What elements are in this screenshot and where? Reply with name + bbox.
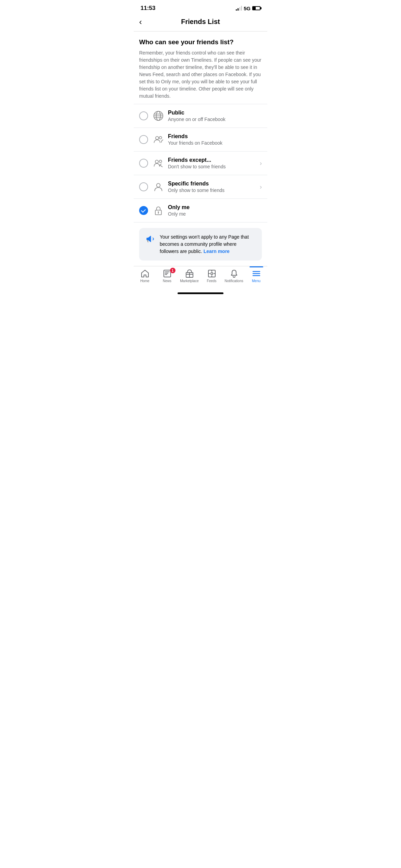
nav-news-label: News xyxy=(163,279,171,283)
content-area: Who can see your friends list? Remember,… xyxy=(134,32,267,266)
option-public-label: Public xyxy=(168,110,262,116)
nav-home[interactable]: Home xyxy=(135,269,155,283)
option-specific-friends-text: Specific friends Only show to some frien… xyxy=(168,181,257,193)
option-specific-friends-sublabel: Only show to some friends xyxy=(168,188,257,193)
friends-except-icon xyxy=(152,157,165,169)
option-public-text: Public Anyone on or off Facebook xyxy=(168,110,262,122)
nav-menu-label: Menu xyxy=(252,279,260,283)
status-bar: 11:53 5G xyxy=(134,0,267,14)
option-friends-text: Friends Your friends on Facebook xyxy=(168,133,262,146)
menu-icon xyxy=(252,269,261,278)
network-type: 5G xyxy=(244,5,251,11)
radio-friends[interactable] xyxy=(139,135,148,144)
bottom-nav: Home 1 News Marketplace xyxy=(134,266,267,290)
megaphone-icon xyxy=(145,233,156,246)
nav-menu[interactable]: Menu xyxy=(246,269,267,283)
option-only-me[interactable]: Only me Only me xyxy=(134,199,267,222)
learn-more-link[interactable]: Learn more xyxy=(204,249,230,254)
radio-only-me[interactable] xyxy=(139,206,148,215)
nav-home-label: Home xyxy=(140,279,149,283)
info-box: Your settings won't apply to any Page th… xyxy=(139,228,262,261)
option-only-me-sublabel: Only me xyxy=(168,211,262,217)
home-indicator xyxy=(178,292,223,294)
option-friends-except-text: Friends except... Don't show to some fri… xyxy=(168,157,257,169)
svg-point-22 xyxy=(211,273,213,275)
section-title: Who can see your friends list? xyxy=(139,38,262,46)
back-button[interactable]: ‹ xyxy=(139,17,142,27)
option-friends-except-label: Friends except... xyxy=(168,157,257,163)
nav-news[interactable]: 1 News xyxy=(157,269,178,283)
globe-icon xyxy=(152,110,165,122)
nav-feeds[interactable]: Feeds xyxy=(202,269,222,283)
svg-point-7 xyxy=(155,160,158,163)
option-public[interactable]: Public Anyone on or off Facebook xyxy=(134,104,267,128)
lock-icon xyxy=(152,204,165,217)
radio-specific-friends[interactable] xyxy=(139,182,148,191)
option-friends-except-sublabel: Don't show to some friends xyxy=(168,164,257,169)
status-icons: 5G xyxy=(236,5,260,11)
svg-point-8 xyxy=(159,160,162,162)
nav-feeds-label: Feeds xyxy=(207,279,217,283)
option-specific-friends-label: Specific friends xyxy=(168,181,257,187)
radio-friends-except[interactable] xyxy=(139,159,148,168)
home-icon xyxy=(141,269,149,278)
battery-icon xyxy=(252,6,260,10)
section-header: Who can see your friends list? Remember,… xyxy=(134,32,267,104)
radio-public[interactable] xyxy=(139,111,148,120)
option-friends-label: Friends xyxy=(168,133,262,140)
nav-marketplace[interactable]: Marketplace xyxy=(179,269,200,283)
option-friends-except[interactable]: Friends except... Don't show to some fri… xyxy=(134,152,267,175)
svg-point-6 xyxy=(159,136,162,139)
svg-point-5 xyxy=(156,136,159,140)
option-friends-sublabel: Your friends on Facebook xyxy=(168,140,262,146)
news-badge: 1 xyxy=(170,268,175,273)
chevron-right-icon: › xyxy=(260,160,262,167)
marketplace-icon xyxy=(185,269,194,278)
nav-notifications-label: Notifications xyxy=(224,279,243,283)
option-only-me-label: Only me xyxy=(168,204,262,210)
options-list: Public Anyone on or off Facebook Friends… xyxy=(134,104,267,222)
page-title: Friends List xyxy=(181,18,220,26)
page-header: ‹ Friends List xyxy=(134,14,267,32)
status-time: 11:53 xyxy=(141,5,155,12)
notifications-icon xyxy=(230,269,239,278)
feeds-icon xyxy=(207,269,216,278)
chevron-right-icon-2: › xyxy=(260,183,262,191)
nav-notifications[interactable]: Notifications xyxy=(224,269,244,283)
active-tab-indicator xyxy=(250,266,263,267)
friends-icon xyxy=(152,133,165,146)
section-description: Remember, your friends control who can s… xyxy=(139,49,262,100)
option-specific-friends[interactable]: Specific friends Only show to some frien… xyxy=(134,175,267,199)
option-friends[interactable]: Friends Your friends on Facebook xyxy=(134,128,267,152)
nav-marketplace-label: Marketplace xyxy=(180,279,198,283)
svg-point-10 xyxy=(157,183,160,187)
option-public-sublabel: Anyone on or off Facebook xyxy=(168,117,262,122)
info-text: Your settings won't apply to any Page th… xyxy=(160,233,256,255)
signal-icon xyxy=(236,6,242,11)
option-only-me-text: Only me Only me xyxy=(168,204,262,217)
specific-friends-icon xyxy=(152,181,165,193)
svg-line-9 xyxy=(160,165,162,167)
